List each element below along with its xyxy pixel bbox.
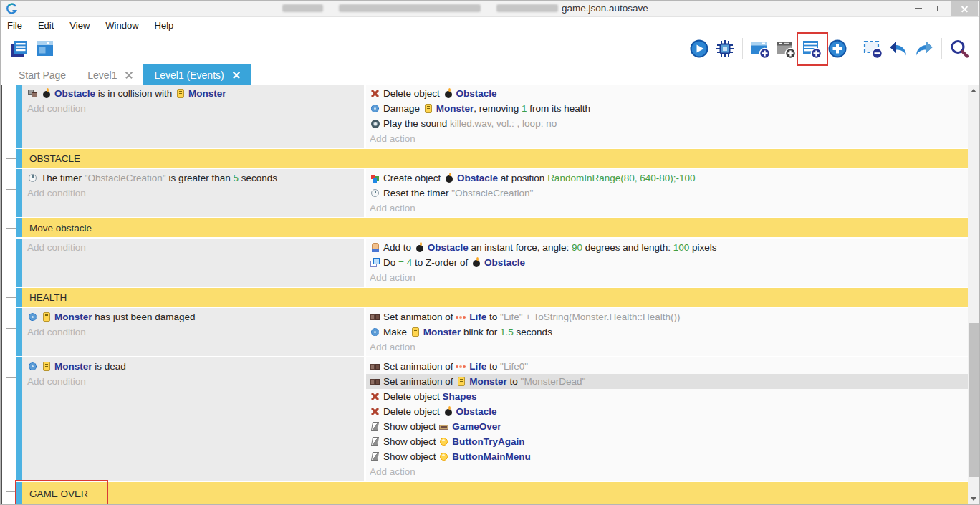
group-header-health[interactable]: HEALTH [22,288,968,307]
tab-level1[interactable]: Level1 [77,64,143,85]
conditions-panel: Monster has just been damagedAdd conditi… [22,308,364,356]
damage-icon [27,312,39,322]
text-segment: 1 [522,103,527,114]
menu-item-edit[interactable]: Edit [30,20,62,31]
event-handle-bar[interactable] [16,357,22,481]
scroll-up-arrow[interactable] [968,85,979,96]
event-handle-bar[interactable] [16,308,22,356]
add-condition[interactable]: Add condition [27,186,364,201]
gameover-icon [438,421,450,432]
menu-item-window[interactable]: Window [97,20,146,31]
minimize-button[interactable] [908,1,929,16]
debug-icon[interactable] [714,38,736,59]
project-manager-icon[interactable] [9,38,30,59]
group-header-obstacle[interactable]: OBSTACLE [22,149,968,168]
button-icon [438,436,450,447]
condition-line[interactable]: The timer "ObstacleCreation" is greater … [27,170,364,186]
menu-item-help[interactable]: Help [147,20,182,31]
action-line[interactable]: Reset the timer "ObstacleCreation" [370,186,968,201]
object-name: Monster [436,103,474,114]
add-scene-icon[interactable] [749,38,771,59]
event-group-row: Move obstacle [16,218,968,237]
tab-close-icon[interactable] [233,72,240,79]
vertical-scrollbar[interactable] [968,85,979,504]
group-label: Move obstacle [29,223,92,234]
action-line[interactable]: Show object GameOver [370,419,968,434]
remove-selection-icon[interactable] [862,38,883,59]
action-line[interactable]: Do = 4 to Z-order of Obstacle [370,255,968,270]
event-handle-bar[interactable] [16,149,22,168]
maximize-button[interactable] [929,1,951,16]
action-line[interactable]: Delete object Obstacle [370,86,968,101]
scrollbar-thumb[interactable] [969,323,979,477]
add-action[interactable]: Add action [370,340,968,355]
group-header-game-over[interactable]: GAME OVER [22,482,968,504]
action-line[interactable]: Show object ButtonTryAgain [370,434,968,449]
text-segment: 1.5 [500,327,514,337]
action-line[interactable]: Add to Obstacle an instant force, angle:… [370,240,968,255]
add-external-events-icon[interactable] [801,38,822,59]
toolbar-separator [855,38,855,59]
menu-item-file[interactable]: File [1,20,30,31]
event-handle-bar[interactable] [16,169,22,217]
add-action[interactable]: Add action [370,270,968,285]
redacted-text-blur [496,4,558,12]
action-line[interactable]: Delete object Obstacle [370,404,968,419]
object-name: Obstacle [457,173,498,183]
tab-start-page[interactable]: Start Page [8,64,77,85]
redo-icon[interactable] [913,38,935,59]
add-external-layout-icon[interactable] [775,38,797,59]
action-line[interactable]: Damage Monster, removing 1 from its heal… [370,101,968,116]
add-object-icon[interactable] [827,38,848,59]
tab-bar: Start PageLevel1Level1 (Events) [1,64,979,85]
delete-icon [370,88,381,99]
condition-line[interactable]: Monster has just been damaged [27,309,364,324]
event-row: Obstacle is in collision with MonsterAdd… [16,85,968,148]
event-handle-bar[interactable] [16,239,22,287]
menu-item-view[interactable]: View [62,20,97,31]
event-handle-bar[interactable] [16,218,22,237]
event-handle-bar[interactable] [16,85,22,148]
damage-icon [27,361,39,372]
add-action[interactable]: Add action [370,201,968,216]
object-name: Obstacle [428,242,469,253]
add-condition[interactable]: Add condition [27,101,364,116]
search-icon[interactable] [948,38,970,59]
action-line[interactable]: Set animation of Monster to "MonsterDead… [366,374,968,389]
group-header-move-obstacle[interactable]: Move obstacle [22,218,968,237]
tab-level1-events[interactable]: Level1 (Events) [143,64,250,85]
condition-line[interactable]: Obstacle is in collision with Monster [27,86,364,101]
text-segment: degrees and length: [582,242,673,253]
close-button[interactable] [951,1,978,16]
action-line[interactable]: Show object ButtonMainMenu [370,449,968,464]
action-line[interactable]: Set animation of Life to "Life" + ToStri… [370,309,968,324]
tab-close-icon[interactable] [125,72,133,79]
event-handle-bar[interactable] [16,288,22,307]
add-condition[interactable]: Add condition [27,240,364,255]
action-line[interactable]: Set animation of Life to "Life0" [370,359,968,374]
undo-icon[interactable] [888,38,909,59]
gdevelop-window: game.json.autosave FileEditViewWindowHel… [0,0,980,505]
text-segment: Do [383,257,398,268]
scroll-down-arrow[interactable] [968,493,979,504]
add-condition[interactable]: Add condition [27,374,364,389]
add-condition[interactable]: Add condition [27,324,364,340]
add-action[interactable]: Add action [370,131,968,146]
text-segment: "MonsterDead" [521,376,586,387]
preview-play-icon[interactable] [688,38,710,59]
monster-icon [423,103,434,114]
life-icon [456,312,467,322]
text-segment: from its health [527,103,591,114]
start-page-icon[interactable] [34,38,56,59]
action-line[interactable]: Delete object Shapes [370,389,968,404]
monster-icon [410,327,421,337]
monster-icon [41,312,52,322]
condition-line[interactable]: Monster is dead [27,359,364,374]
object-name: Life [469,361,486,372]
action-line[interactable]: Play the sound killed.wav, vol.: , loop:… [370,116,968,131]
button-icon [438,451,450,462]
action-line[interactable]: Make Monster blink for 1.5 seconds [370,324,968,340]
action-line[interactable]: Create object Obstacle at position Rando… [370,170,968,186]
add-action[interactable]: Add action [370,464,968,479]
create-icon [370,173,381,183]
